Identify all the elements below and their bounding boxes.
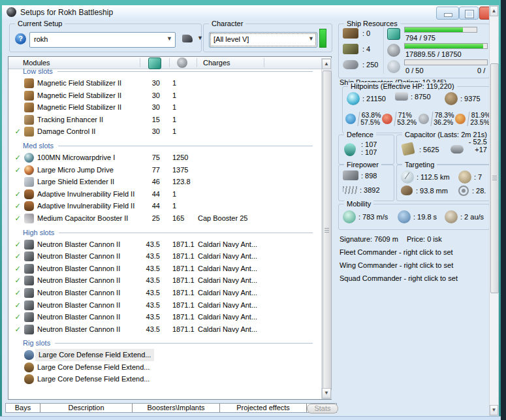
tab-projected-effects[interactable]: Projected effects	[220, 404, 307, 412]
parent-window-strip	[0, 416, 501, 420]
module-row[interactable]: Large Core Defense Field Extend...	[8, 373, 321, 385]
module-row[interactable]: Large Shield Extender II46123.8	[8, 176, 321, 188]
wing-commander-line[interactable]: Wing Commander - right click to set	[340, 261, 453, 269]
launcher-slots-icon	[343, 44, 358, 54]
module-name: Neutron Blaster Cannon II	[37, 311, 120, 323]
slot-group-divider	[59, 233, 313, 233]
slot-group-header: Low slots	[8, 69, 321, 77]
module-row[interactable]: ✓Neutron Blaster Cannon II43.51871.1Cald…	[8, 274, 321, 287]
module-charge-qty: 1250	[172, 152, 188, 164]
active-check-icon: ✓	[12, 299, 23, 312]
modules-column-header[interactable]: Modules	[23, 59, 50, 67]
structure-hp-icon	[445, 92, 458, 105]
magnetic-field-stabilizer-icon	[24, 91, 34, 101]
slot-group-header: Rig slots	[8, 337, 321, 349]
targeting-group: Targeting : 112.5 km : 7 : 93.8 mm : 28.	[396, 165, 489, 201]
module-charge-qty: 1871.1	[172, 274, 195, 287]
slot-group-label: Med slots	[23, 142, 54, 150]
active-check-icon: ✓	[12, 164, 23, 176]
charges-column-header[interactable]: Charges	[203, 59, 230, 67]
module-row[interactable]: ✓Medium Capacitor Booster II25165Cap Boo…	[8, 212, 321, 225]
module-row[interactable]: ✓Neutron Blaster Cannon II43.51871.1Cald…	[8, 323, 321, 336]
module-row[interactable]: ✓Adaptive Invulnerability Field II441	[8, 200, 321, 212]
outer-scrollbar-thumb[interactable]	[490, 63, 499, 293]
maximize-button[interactable]	[459, 7, 479, 20]
outer-scrollbar[interactable]: ▲ ▼	[489, 5, 499, 416]
squad-commander-line[interactable]: Squad Commander - right click to set	[340, 274, 458, 282]
close-button[interactable]	[479, 7, 489, 20]
module-name: Large Core Defense Field Extend...	[37, 373, 150, 385]
slot-group-divider	[57, 71, 313, 72]
module-cpu-value: 43.5	[136, 287, 160, 299]
list-scrollbar[interactable]: ▲ ▼	[321, 58, 332, 399]
module-row[interactable]: Magnetic Field Stabilizer II301	[8, 101, 321, 114]
module-row[interactable]: ✓100MN Microwarpdrive I751250	[8, 152, 321, 164]
module-row[interactable]: Large Core Defense Field Extend...	[8, 361, 321, 374]
list-scrollbar-thumb[interactable]	[323, 71, 332, 391]
list-header[interactable]: Modules Charges	[8, 57, 331, 69]
scroll-down-icon[interactable]: ▼	[322, 388, 331, 398]
cpu-bar	[404, 27, 477, 33]
module-name: Large Shield Extender II	[37, 176, 114, 188]
app-icon	[7, 7, 16, 17]
module-row[interactable]: ✓Neutron Blaster Cannon II43.51871.1Cald…	[8, 299, 321, 312]
client-area: Current Setup ? rokh ▼ ▼ Character [All …	[2, 20, 489, 416]
module-charge-qty: 165	[172, 212, 184, 225]
module-row[interactable]: ✓Large Micro Jump Drive771375	[8, 164, 321, 176]
module-name: Tracking Enhancer II	[37, 114, 103, 126]
tab-description[interactable]: Description	[40, 404, 133, 412]
help-icon[interactable]: ?	[15, 33, 26, 44]
module-charge-qty: 1	[172, 101, 176, 114]
stats-button[interactable]: Stats	[307, 404, 338, 413]
setup-select[interactable]: rokh ▼	[29, 32, 176, 48]
scroll-up-icon[interactable]: ▲	[322, 59, 331, 69]
tab-boosters-implants[interactable]: Boosters\Implants	[133, 404, 220, 412]
module-row[interactable]: ✓Neutron Blaster Cannon II43.51871.1Cald…	[8, 263, 321, 275]
fleet-commander-line[interactable]: Fleet Commander - right click to set	[340, 248, 453, 256]
module-row[interactable]: ✓Damage Control II301	[8, 125, 321, 138]
outer-scroll-down-icon[interactable]: ▼	[490, 405, 498, 415]
modules-list[interactable]: Modules Charges Low slotsMagnetic Field …	[8, 56, 332, 400]
minimize-button[interactable]	[436, 7, 459, 20]
scan-resolution-icon	[401, 186, 413, 195]
damage-control-icon	[24, 127, 34, 137]
module-charge-qty: 123.8	[172, 176, 191, 188]
active-check-icon: ✓	[12, 125, 23, 138]
module-name: Medium Capacitor Booster II	[37, 212, 128, 225]
cpu-column-icon[interactable]	[148, 57, 161, 69]
active-check-icon: ✓	[12, 152, 23, 164]
tab-bays[interactable]: Bays	[6, 404, 40, 412]
title-bar[interactable]: Setups for Rokh Battleship	[2, 5, 489, 20]
module-row[interactable]: Magnetic Field Stabilizer II301	[8, 77, 321, 89]
module-cpu-value: 44	[136, 200, 160, 212]
module-row[interactable]: Tracking Enhancer II151	[8, 114, 321, 126]
character-status-bar	[319, 29, 326, 48]
module-row[interactable]: Large Core Defense Field Extend...	[8, 349, 321, 361]
module-name: Adaptive Invulnerability Field II	[37, 188, 134, 201]
powergrid-icon	[387, 44, 400, 57]
character-select[interactable]: [All level V] ▼	[209, 32, 317, 48]
outer-scroll-up-icon[interactable]: ▲	[490, 6, 498, 16]
invulnerability-field-icon	[24, 201, 34, 211]
module-name: Neutron Blaster Cannon II	[37, 274, 120, 287]
ship-menu-button[interactable]: ▼	[181, 32, 203, 46]
module-name: Large Micro Jump Drive	[37, 164, 114, 176]
ship-resources-title: Ship Resources	[344, 20, 400, 27]
module-row[interactable]: Magnetic Field Stabilizer II301	[8, 89, 321, 102]
module-charge-name: Caldari Navy Ant...	[198, 274, 257, 287]
signature-value: Signature: 7609 m	[340, 235, 398, 243]
module-row[interactable]: ✓Adaptive Invulnerability Field II441	[8, 188, 321, 201]
module-cpu-value: 43.5	[136, 299, 160, 312]
dps-icon	[343, 186, 357, 194]
active-check-icon: ✓	[12, 311, 23, 323]
powergrid-column-icon[interactable]	[177, 57, 187, 68]
module-row[interactable]: ✓Neutron Blaster Cannon II43.51871.1Cald…	[8, 287, 321, 299]
module-row[interactable]: ✓Neutron Blaster Cannon II43.51871.1Cald…	[8, 311, 321, 323]
module-row[interactable]: ✓Neutron Blaster Cannon II43.51871.1Cald…	[8, 238, 321, 251]
module-cpu-value: 43.5	[136, 250, 160, 263]
module-cpu-value: 77	[136, 164, 160, 176]
module-row[interactable]: ✓Neutron Blaster Cannon II43.51871.1Cald…	[8, 250, 321, 263]
cap-recharge-value: +17	[469, 146, 487, 153]
module-charge-qty: 1871.1	[172, 299, 195, 312]
targeting-range-value: : 112.5 km	[417, 173, 450, 181]
